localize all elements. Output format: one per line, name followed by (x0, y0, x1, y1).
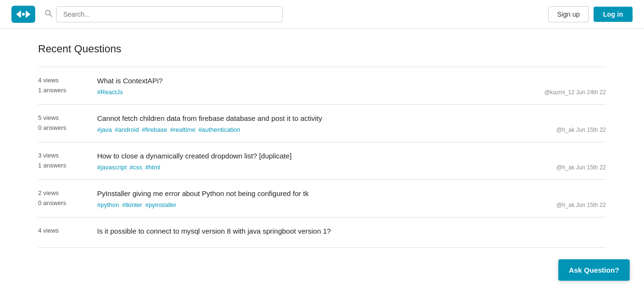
question-title[interactable]: What is ContextAPi? (97, 76, 606, 86)
question-views: 5 views (38, 113, 86, 123)
question-tags: #ReactJs (97, 88, 606, 96)
search-container (45, 6, 283, 22)
logo[interactable] (11, 6, 35, 23)
tag[interactable]: #authentication (198, 126, 240, 133)
main-content: Recent Questions 4 views1 answersWhat is… (0, 29, 644, 262)
question-meta: 3 views1 answers (38, 151, 86, 171)
question-title[interactable]: How to close a dynamically created dropd… (97, 151, 606, 161)
tag[interactable]: #python (97, 201, 119, 208)
question-author: @h_ak Jun 15th 22 (556, 202, 606, 208)
search-icon (45, 10, 52, 19)
question-tags: #python#tkinter#pyinstaller (97, 201, 606, 208)
question-title[interactable]: PyInstaller giving me error about Python… (97, 188, 606, 198)
question-answers: 0 answers (38, 123, 86, 133)
tag[interactable]: #android (115, 126, 139, 133)
questions-list: 4 views1 answersWhat is ContextAPi?#Reac… (38, 67, 606, 248)
question-views: 2 views (38, 188, 86, 198)
tag[interactable]: #html (145, 164, 160, 171)
svg-line-5 (50, 15, 52, 17)
tag[interactable]: #tkinter (122, 201, 142, 208)
question-meta: 4 views1 answers (38, 76, 86, 96)
question-answers: 1 answers (38, 86, 86, 96)
question-body: How to close a dynamically created dropd… (97, 151, 606, 171)
question-answers: 0 answers (38, 198, 86, 208)
svg-point-3 (22, 13, 25, 16)
tag[interactable]: #firebase (142, 126, 167, 133)
ask-question-button[interactable]: Ask Question? (558, 259, 630, 262)
header: Sign up Log in (0, 0, 644, 29)
tag[interactable]: #java (97, 126, 112, 133)
question-item: 3 views1 answersHow to close a dynamical… (38, 142, 606, 180)
question-answers: 1 answers (38, 161, 86, 171)
question-item: 4 viewsIs it possible to connect to mysq… (38, 217, 606, 248)
question-author: @kazmi_12 Jun 24th 22 (544, 89, 606, 96)
search-input[interactable] (56, 6, 283, 22)
question-title[interactable]: Is it possible to connect to mysql versi… (97, 226, 606, 236)
question-tags: #java#android#firebase#realtime#authenti… (97, 126, 606, 133)
question-views: 3 views (38, 151, 86, 161)
question-meta: 2 views0 answers (38, 188, 86, 208)
question-meta: 5 views0 answers (38, 113, 86, 133)
question-author: @h_ak Jun 15th 22 (556, 164, 606, 171)
tag[interactable]: #css (129, 164, 142, 171)
tag[interactable]: #ReactJs (97, 88, 123, 96)
tag[interactable]: #javascript (97, 164, 127, 171)
question-item: 2 views0 answersPyInstaller giving me er… (38, 180, 606, 217)
tag[interactable]: #realtime (170, 126, 195, 133)
signup-button[interactable]: Sign up (548, 6, 589, 22)
question-views: 4 views (38, 76, 86, 86)
question-meta: 4 views (38, 226, 86, 236)
question-title[interactable]: Cannot fetch children data from firebase… (97, 113, 606, 123)
page-title: Recent Questions (38, 43, 606, 55)
question-item: 4 views1 answersWhat is ContextAPi?#Reac… (38, 67, 606, 105)
question-tags: #javascript#css#html (97, 164, 606, 171)
question-body: Is it possible to connect to mysql versi… (97, 226, 606, 239)
question-item: 5 views0 answersCannot fetch children da… (38, 105, 606, 142)
tag[interactable]: #pyinstaller (145, 201, 177, 208)
question-author: @h_ak Jun 15th 22 (556, 127, 606, 133)
question-body: PyInstaller giving me error about Python… (97, 188, 606, 208)
header-actions: Sign up Log in (548, 6, 633, 22)
question-views: 4 views (38, 226, 86, 236)
question-body: Cannot fetch children data from firebase… (97, 113, 606, 133)
login-button[interactable]: Log in (594, 7, 633, 22)
question-body: What is ContextAPi?#ReactJs (97, 76, 606, 96)
